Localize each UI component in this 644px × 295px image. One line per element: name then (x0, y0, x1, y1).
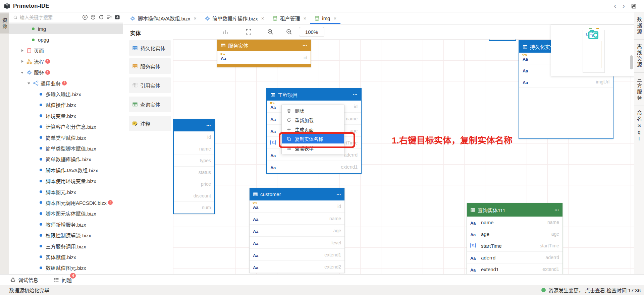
more-icon[interactable]: ••• (336, 192, 341, 196)
palette-item[interactable]: 引用实体 (129, 77, 171, 93)
entity-field-row[interactable]: Aa 31 id (217, 51, 311, 64)
debug-info-button[interactable]: 调试信息 (10, 276, 38, 283)
entity-card-service[interactable]: 服务实体 ••• Aa 31 id (217, 39, 311, 67)
palette-item[interactable]: 服务实体 (129, 58, 171, 74)
entity-field-row[interactable]: Aa 31 name (250, 213, 344, 225)
entity-field-row[interactable]: Aa 31 startTime startTime (467, 240, 562, 252)
tree-item[interactable]: 脚本使用环境变量.bizx (9, 175, 123, 186)
entity-card-clipped[interactable]: ••• Aa 31 id Aa (173, 119, 215, 214)
right-rail-tab[interactable]: 离线资源 (634, 40, 644, 73)
entity-header[interactable]: ••• (174, 120, 214, 131)
entity-field-row[interactable]: Aa 31 imgUrl (519, 76, 613, 88)
tree-item[interactable]: 服务 ! (9, 67, 123, 78)
entity-field-row[interactable]: Aa 31 age (250, 225, 344, 237)
tree-item[interactable]: 简单类型赋值.bizx (9, 132, 123, 143)
problems-button[interactable]: 问题 4 (54, 276, 72, 283)
palette-item[interactable]: 注释 (129, 116, 171, 131)
zoom-level-box[interactable]: 100% (299, 27, 324, 37)
entity-field-row[interactable]: Aa 31 name name (467, 217, 562, 228)
entity-card-query[interactable]: 查询实体111 ••• Aa 31 name name (467, 203, 563, 274)
zoom-in-icon[interactable] (267, 28, 274, 35)
tree-item[interactable]: 环境变量.bizx (9, 110, 123, 121)
entity-field-row[interactable]: Aa 31 name (174, 143, 214, 155)
outline-list-icon[interactable] (106, 14, 112, 20)
tree-item[interactable]: 三方服务调用.bizx (9, 241, 123, 251)
right-rail-tab[interactable]: 命名Sql (634, 106, 644, 147)
context-menu-item[interactable]: 重新加载 (282, 115, 344, 125)
tree-item[interactable]: 简单数据库操作.bizx (9, 154, 123, 165)
tree-item[interactable]: 多输入输出.bizx (9, 88, 123, 99)
right-rail-tab[interactable]: 三方服务 (634, 73, 644, 106)
context-menu-item[interactable]: 删除 (282, 106, 344, 115)
tree-item[interactable]: 流程 ! (9, 56, 123, 67)
close-icon[interactable]: × (194, 15, 197, 21)
rail-tab-resources[interactable]: 资源 (0, 13, 9, 34)
more-icon[interactable]: ••• (303, 44, 307, 47)
entity-field-row[interactable]: Aa 31 discount (174, 190, 214, 202)
expand-arrow-icon[interactable] (21, 49, 24, 52)
editor-tab[interactable]: 简单数据库操作.bizx × (201, 12, 268, 24)
editor-tab[interactable]: img × (310, 12, 340, 24)
entity-header[interactable]: 服务实体 ••• (217, 40, 311, 51)
tree-item[interactable]: img (9, 23, 123, 34)
right-rail-tab[interactable]: 数据源 (634, 12, 644, 40)
entity-field-row[interactable]: Aa 31 status (174, 167, 214, 178)
tree-item[interactable]: opgg (9, 34, 123, 45)
entity-field-row[interactable]: Aa 31 extend2 (250, 261, 344, 273)
entity-header[interactable]: 查询实体111 ••• (467, 203, 562, 217)
editor-tab[interactable]: 租户管理 × (268, 12, 311, 24)
entity-field-row[interactable]: Aa 31 aderrd aderrd (467, 252, 562, 263)
close-icon[interactable]: × (304, 15, 307, 21)
forward-icon[interactable]: › (623, 3, 625, 9)
tree-item[interactable]: 教师新增服务.bizx (9, 219, 123, 230)
entity-designer-canvas[interactable]: 100% 服务实体 ••• Aa 31 (123, 24, 634, 274)
search-input[interactable] (20, 15, 67, 20)
export-icon[interactable] (114, 14, 120, 20)
close-icon[interactable]: × (261, 15, 264, 21)
zoom-out-icon[interactable] (286, 28, 292, 35)
entity-card-customer[interactable]: customer ••• Aa 31 id (249, 188, 345, 273)
tree-item[interactable]: 脚本操作JAVA数组.bizx (9, 165, 123, 175)
tree-item[interactable]: 脚本图元.bizx (9, 186, 123, 197)
fit-screen-icon[interactable] (245, 28, 252, 35)
expand-arrow-icon[interactable] (21, 71, 24, 74)
status-right-text[interactable]: 资源发生变更， 点击查看,检查时间:17:36 (548, 287, 641, 294)
entity-field-row[interactable]: Aa 31 age age (467, 228, 562, 240)
tree-item[interactable]: 脚本图元调用AFCSDK.bizx ! (9, 197, 123, 208)
save-icon[interactable] (631, 3, 637, 9)
entity-field-row[interactable]: Aa 31 level (250, 237, 344, 249)
expand-arrow-icon[interactable] (28, 81, 31, 85)
entity-field-row[interactable]: Aa 31 types (174, 155, 214, 167)
new-model-icon[interactable] (90, 14, 96, 20)
entity-field-row[interactable]: Aa 31 num (174, 202, 214, 214)
entity-field-row[interactable]: Aa 31 extend1 extend1 (467, 263, 562, 274)
tree-item[interactable]: 数组赋值图元.bizx (9, 262, 123, 273)
chart-icon[interactable] (222, 28, 229, 35)
expand-arrow-icon[interactable] (21, 60, 24, 63)
entity-field-row[interactable]: Aa 31 id (250, 200, 344, 213)
palette-item[interactable]: 持久化实体 (129, 40, 171, 56)
entity-field-row[interactable]: Aa 31 price (174, 178, 214, 190)
entity-field-row[interactable]: Aa 31 extend1 (250, 249, 344, 261)
editor-tab[interactable]: 脚本操作JAVA数组.bizx × (126, 12, 201, 24)
tree-item[interactable]: 通用业务 ! (9, 78, 123, 88)
more-icon[interactable]: ••• (554, 208, 559, 212)
close-icon[interactable]: × (333, 15, 336, 21)
more-icon[interactable]: ••• (206, 124, 211, 127)
ai-assist-icon[interactable] (82, 14, 88, 20)
refresh-icon[interactable] (98, 14, 104, 20)
tree-item[interactable]: 页面 (9, 45, 123, 56)
tree-item[interactable]: 赋值操作.bizx (9, 100, 123, 110)
tree-item[interactable]: 简单类型脚本赋值.bizx (9, 143, 123, 154)
palette-item[interactable]: 查询实体 (129, 97, 171, 112)
back-icon[interactable]: ‹ (614, 3, 616, 9)
more-icon[interactable]: ••• (353, 93, 358, 97)
canvas-scrollbar-thumb[interactable] (630, 55, 633, 69)
tree-item[interactable]: 实体赋值.bizx (9, 251, 123, 262)
entity-field-row[interactable]: Aa 31 extend1 (267, 161, 361, 173)
tree-item[interactable]: 脚本图元实体赋值.bizx (9, 208, 123, 219)
tree-item[interactable]: 权限控制逻辑流.bizx (9, 230, 123, 240)
entity-header[interactable]: 工程项目 ••• (267, 89, 361, 101)
entity-header[interactable]: customer ••• (250, 188, 344, 200)
entity-field-row[interactable]: Aa 31 id (174, 131, 214, 143)
